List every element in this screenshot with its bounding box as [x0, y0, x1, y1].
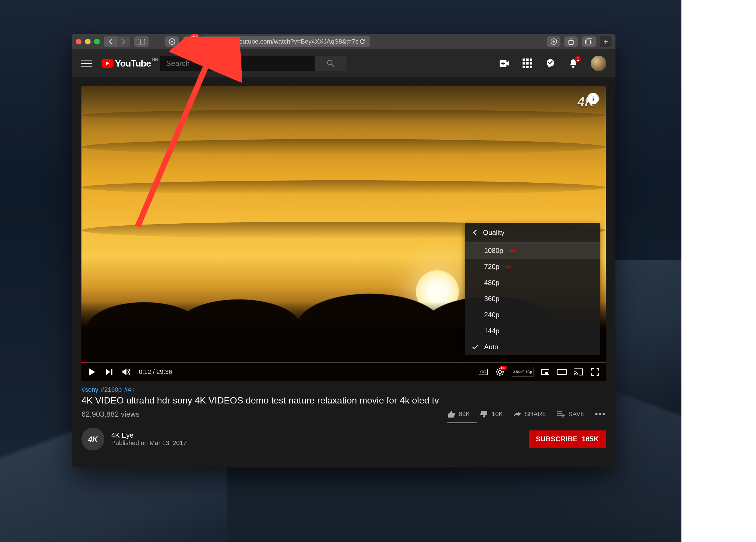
- notifications-button[interactable]: 1: [568, 58, 579, 69]
- theater-icon: [557, 369, 567, 375]
- quality-option-label: 144p: [484, 327, 499, 335]
- quality-menu-header[interactable]: Quality: [465, 223, 600, 243]
- quality-option-label: 240p: [484, 311, 499, 319]
- share-button[interactable]: [564, 36, 578, 47]
- video-meta: #sony #2160p #4k 4K VIDEO ultrahd hdr so…: [72, 381, 615, 451]
- quality-option[interactable]: 480p: [465, 275, 600, 291]
- close-window-button[interactable]: [76, 39, 81, 44]
- cc-icon: CC: [479, 369, 488, 375]
- search-form: [160, 56, 346, 71]
- tabs-button[interactable]: [582, 36, 596, 47]
- hashtag-link[interactable]: #2160p: [101, 386, 122, 393]
- page-content: YouTube HR: [72, 49, 615, 467]
- zoom-window-button[interactable]: [94, 39, 100, 44]
- youtube-logo[interactable]: YouTube HR: [102, 58, 151, 69]
- forward-button[interactable]: [117, 36, 130, 47]
- info-card-button[interactable]: i: [587, 93, 599, 104]
- fullscreen-button[interactable]: [590, 367, 600, 377]
- player-container: 4K i Quality 1080pHD720pHD480p360p240p14…: [72, 77, 615, 381]
- share-button[interactable]: SHARE: [513, 410, 547, 418]
- youtube-country-code: HR: [152, 57, 158, 62]
- back-button[interactable]: [104, 36, 117, 47]
- like-button[interactable]: 89K: [447, 410, 470, 418]
- thumb-down-icon: [480, 410, 488, 418]
- svg-point-3: [171, 41, 173, 42]
- svg-point-16: [498, 371, 501, 373]
- svg-point-25: [574, 374, 575, 375]
- quality-menu: Quality 1080pHD720pHD480p360p240p144pAut…: [465, 223, 600, 355]
- svg-rect-0: [138, 39, 145, 44]
- safari-window: 4K www.youtube.com/watch?v=Bey4XXJAqS8&t…: [72, 34, 615, 467]
- video-title: 4K VIDEO ultrahd hdr sony 4K VIDEOS demo…: [81, 395, 606, 406]
- search-button[interactable]: [315, 56, 346, 71]
- play-button[interactable]: [87, 367, 97, 377]
- quality-option-label: 1080p: [484, 247, 503, 255]
- subscribe-button[interactable]: SUBSCRIBE 165K: [529, 430, 606, 448]
- time-display: 0:12 / 29:36: [139, 368, 172, 376]
- save-button[interactable]: SAVE: [557, 410, 584, 418]
- quality-option-label: 360p: [484, 295, 499, 303]
- miniplayer-icon: [541, 369, 549, 375]
- youtube-logo-icon: [102, 59, 114, 68]
- miniplayer-button[interactable]: [540, 367, 550, 377]
- reload-button[interactable]: [359, 38, 365, 45]
- theater-button[interactable]: [557, 367, 567, 377]
- channel-avatar[interactable]: 4K: [81, 428, 104, 451]
- extension-button[interactable]: 4K: [183, 36, 197, 47]
- lock-icon: [212, 38, 217, 45]
- messages-button[interactable]: [545, 58, 556, 69]
- video-player[interactable]: 4K i Quality 1080pHD720pHD480p360p240p14…: [81, 86, 606, 381]
- fullscreen-icon: [591, 368, 599, 376]
- url-bar[interactable]: www.youtube.com/watch?v=Bey4XXJAqS8&t=7s: [201, 36, 370, 47]
- quality-option[interactable]: 144p: [465, 323, 600, 339]
- share-arrow-icon: [513, 411, 521, 418]
- masthead-right: 1: [499, 56, 606, 71]
- hashtag-link[interactable]: #4k: [124, 386, 134, 393]
- settings-hd-badge: HD: [500, 366, 506, 370]
- guide-menu-button[interactable]: [81, 58, 92, 69]
- url-text: www.youtube.com/watch?v=Bey4XXJAqS8&t=7s: [221, 38, 358, 45]
- minimize-window-button[interactable]: [85, 39, 91, 44]
- svg-rect-9: [587, 39, 592, 43]
- quality-option[interactable]: Auto: [465, 339, 600, 355]
- privacy-report-button[interactable]: [165, 36, 179, 47]
- window-controls: [76, 39, 100, 44]
- quality-option-label: 720p: [484, 263, 499, 271]
- dislike-button[interactable]: 10K: [480, 410, 503, 418]
- quality-option-label: 480p: [484, 279, 499, 287]
- next-button[interactable]: [104, 367, 114, 377]
- svg-line-24: [497, 374, 498, 375]
- channel-row: 4K 4K Eye Published on Mar 13, 2017 SUBS…: [81, 428, 606, 451]
- chevron-left-icon: [473, 229, 477, 236]
- more-actions-button[interactable]: •••: [595, 409, 606, 419]
- svg-rect-15: [111, 369, 112, 375]
- search-input[interactable]: [160, 56, 315, 71]
- check-icon: [472, 344, 478, 350]
- channel-name[interactable]: 4K Eye: [111, 431, 187, 439]
- downloads-button[interactable]: [547, 36, 560, 47]
- sidebar-toggle-button[interactable]: [134, 36, 149, 47]
- quality-option[interactable]: 240p: [465, 307, 600, 323]
- cast-icon: [574, 368, 583, 376]
- quality-menu-title: Quality: [483, 229, 504, 237]
- quality-option[interactable]: 1080pHD: [465, 243, 600, 259]
- nav-buttons: [104, 36, 130, 47]
- notification-badge: 1: [575, 56, 581, 63]
- volume-button[interactable]: [122, 367, 131, 377]
- create-button[interactable]: [499, 58, 510, 69]
- page-margin: [681, 0, 756, 542]
- quality-option[interactable]: 360p: [465, 291, 600, 307]
- cast-button[interactable]: [574, 367, 583, 377]
- publish-date: Published on Mar 13, 2017: [111, 439, 187, 447]
- hashtag-link[interactable]: #sony: [81, 386, 98, 393]
- apps-button[interactable]: [522, 58, 533, 69]
- settings-button[interactable]: HD: [495, 367, 505, 377]
- view-count: 62,903,882 views: [81, 410, 139, 419]
- stats-overlay: 3.86p/2.1Gp: [512, 367, 533, 377]
- quality-option[interactable]: 720pHD: [465, 259, 600, 275]
- subtitles-button[interactable]: CC: [478, 367, 488, 377]
- apps-icon: [523, 59, 532, 68]
- avatar-button[interactable]: [591, 56, 606, 71]
- action-row: 89K 10K SHARE SAVE •••: [447, 409, 606, 419]
- new-tab-button[interactable]: +: [600, 36, 611, 47]
